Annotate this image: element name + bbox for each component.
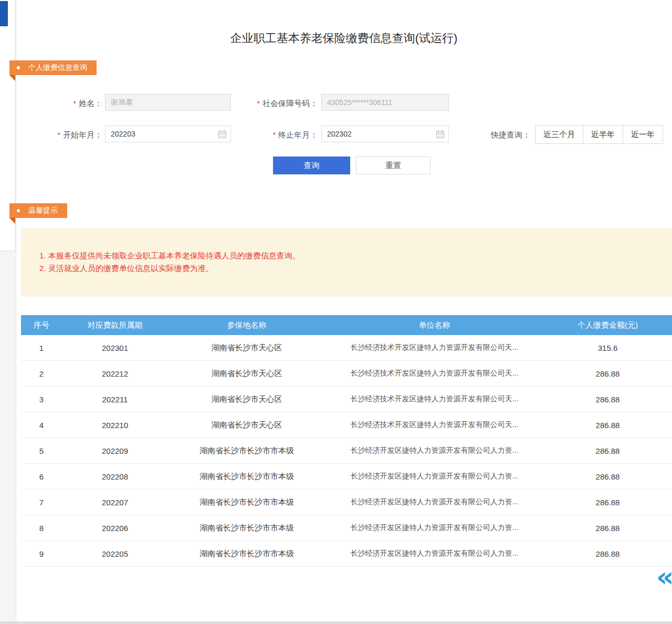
table-cell: 315.6 [543, 335, 672, 361]
section-badge-tips-label: 温馨提示 [28, 206, 58, 215]
table-cell: 4 [21, 412, 62, 438]
table-cell: 202207 [62, 490, 168, 515]
reset-button[interactable]: 重置 [356, 157, 430, 174]
table-cell: 202206 [62, 515, 168, 541]
table-cell: 202208 [62, 464, 168, 490]
header-unit: 单位名称 [326, 315, 543, 335]
sidebar-active-tab[interactable] [0, 1, 8, 26]
header-place: 参保地名称 [168, 315, 326, 335]
table-cell: 286.88 [543, 361, 672, 387]
table-row: 4202210湖南省长沙市天心区长沙经济技术开发区捷特人力资源开发有限公司天..… [21, 412, 672, 438]
quick-query-label: 快捷查询： [475, 130, 530, 140]
table-cell: 8 [21, 515, 62, 541]
table-body: 1202301湖南省长沙市天心区长沙经济技术开发区捷特人力资源开发有限公司天..… [21, 335, 672, 567]
table-cell: 286.88 [543, 464, 672, 490]
quick-query-3months[interactable]: 近三个月 [535, 125, 583, 144]
query-button[interactable]: 查询 [273, 157, 350, 174]
section-badge-query: 个人缴费信息查询 [9, 60, 97, 75]
table-cell: 7 [21, 490, 62, 515]
section-badge-query-label: 个人缴费信息查询 [28, 63, 87, 72]
table-cell: 长沙经济开发区捷特人力资源开发有限公司人力资... [326, 464, 543, 490]
table-cell: 202209 [62, 438, 168, 464]
table-row: 1202301湖南省长沙市天心区长沙经济技术开发区捷特人力资源开发有限公司天..… [21, 335, 672, 361]
page-title: 企业职工基本养老保险缴费信息查询(试运行) [16, 30, 672, 46]
table-cell: 286.88 [543, 490, 672, 515]
quick-query-6months[interactable]: 近半年 [583, 125, 623, 144]
table-cell: 286.88 [543, 387, 672, 412]
name-label: *姓名： [37, 98, 102, 109]
table-cell: 286.88 [543, 541, 672, 567]
table-cell: 湖南省长沙市天心区 [168, 387, 326, 412]
table-cell: 湖南省长沙市天心区 [168, 412, 326, 438]
calendar-icon[interactable] [218, 130, 227, 139]
table-cell: 5 [21, 438, 62, 464]
table-cell: 202210 [62, 412, 168, 438]
bullet-dot-icon [17, 66, 20, 69]
notice-line-1: 1. 本服务仅提供尚未领取企业职工基本养老保险待遇人员的缴费信息查询。 [39, 249, 672, 262]
name-input [105, 94, 231, 111]
table-cell: 202212 [62, 361, 168, 387]
table-cell: 长沙经济技术开发区捷特人力资源开发有限公司天... [326, 361, 543, 387]
table-cell: 长沙经济技术开发区捷特人力资源开发有限公司天... [326, 387, 543, 412]
table-row: 6202208湖南省长沙市长沙市市本级长沙经济开发区捷特人力资源开发有限公司人力… [21, 464, 672, 490]
table-cell: 202301 [62, 335, 168, 361]
header-seq: 序号 [21, 315, 62, 335]
table-header: 序号 对应费款所属期 参保地名称 单位名称 个人缴费金额(元) [21, 315, 672, 335]
notice-box: 1. 本服务仅提供尚未领取企业职工基本养老保险待遇人员的缴费信息查询。 2. 灵… [21, 228, 672, 297]
table-cell: 1 [21, 335, 62, 361]
header-period: 对应费款所属期 [62, 315, 168, 335]
start-month-label: *开始年月： [37, 130, 102, 140]
table-cell: 2 [21, 361, 62, 387]
quick-query-group: 近三个月 近半年 近一年 [536, 125, 663, 144]
start-month-input[interactable] [105, 126, 231, 142]
required-asterisk: * [74, 99, 76, 108]
table-cell: 202205 [62, 541, 168, 567]
end-month-input[interactable] [321, 126, 449, 142]
table-row: 8202206湖南省长沙市长沙市市本级长沙经济开发区捷特人力资源开发有限公司人力… [21, 515, 672, 541]
quick-query-1year[interactable]: 近一年 [623, 125, 663, 144]
table-row: 5202209湖南省长沙市长沙市市本级长沙经济开发区捷特人力资源开发有限公司人力… [21, 438, 672, 464]
table-row: 2202212湖南省长沙市天心区长沙经济技术开发区捷特人力资源开发有限公司天..… [21, 361, 672, 387]
table-cell: 长沙经济开发区捷特人力资源开发有限公司人力资... [326, 438, 543, 464]
table-cell: 长沙经济技术开发区捷特人力资源开发有限公司天... [326, 335, 543, 361]
table-cell: 湖南省长沙市长沙市市本级 [168, 515, 326, 541]
table-cell: 3 [21, 387, 62, 412]
table-cell: 长沙经济开发区捷特人力资源开发有限公司人力资... [326, 515, 543, 541]
table-cell: 6 [21, 464, 62, 490]
table-cell: 长沙经济开发区捷特人力资源开发有限公司人力资... [326, 541, 543, 567]
table-row: 3202211湖南省长沙市天心区长沙经济技术开发区捷特人力资源开发有限公司天..… [21, 387, 672, 412]
table-cell: 湖南省长沙市天心区 [168, 335, 326, 361]
calendar-icon[interactable] [436, 130, 445, 139]
end-month-label: *终止年月： [252, 130, 318, 140]
table-cell: 286.88 [543, 438, 672, 464]
table-cell: 湖南省长沙市长沙市市本级 [168, 438, 326, 464]
collapse-chevrons-icon[interactable]: « [656, 563, 672, 590]
table-cell: 湖南省长沙市天心区 [168, 361, 326, 387]
table-row: 9202205湖南省长沙市长沙市市本级长沙经济开发区捷特人力资源开发有限公司人力… [21, 541, 672, 567]
table-cell: 286.88 [543, 515, 672, 541]
table-cell: 长沙经济开发区捷特人力资源开发有限公司人力资... [326, 490, 543, 515]
result-table: 序号 对应费款所属期 参保地名称 单位名称 个人缴费金额(元) 1202301湖… [21, 315, 672, 567]
section-badge-tips: 温馨提示 [9, 203, 67, 218]
table-cell: 湖南省长沙市长沙市市本级 [168, 490, 326, 515]
ssn-label: *社会保障号码： [231, 98, 318, 109]
table-cell: 202211 [62, 387, 168, 412]
table-cell: 湖南省长沙市长沙市市本级 [168, 541, 326, 567]
table-cell: 9 [21, 541, 62, 567]
header-amount: 个人缴费金额(元) [543, 315, 672, 335]
bullet-dot-icon [17, 209, 20, 212]
ssn-input [321, 94, 449, 111]
notice-line-2: 2. 灵活就业人员的缴费单位信息以实际缴费为准。 [39, 262, 672, 275]
page-bottom-edge [0, 621, 672, 624]
required-asterisk: * [273, 131, 276, 139]
required-asterisk: * [58, 131, 60, 139]
table-cell: 湖南省长沙市长沙市市本级 [168, 464, 326, 490]
table-row: 7202207湖南省长沙市长沙市市本级长沙经济开发区捷特人力资源开发有限公司人力… [21, 490, 672, 515]
required-asterisk: * [257, 99, 260, 108]
table-cell: 长沙经济技术开发区捷特人力资源开发有限公司天... [326, 412, 543, 438]
table-cell: 286.88 [543, 412, 672, 438]
